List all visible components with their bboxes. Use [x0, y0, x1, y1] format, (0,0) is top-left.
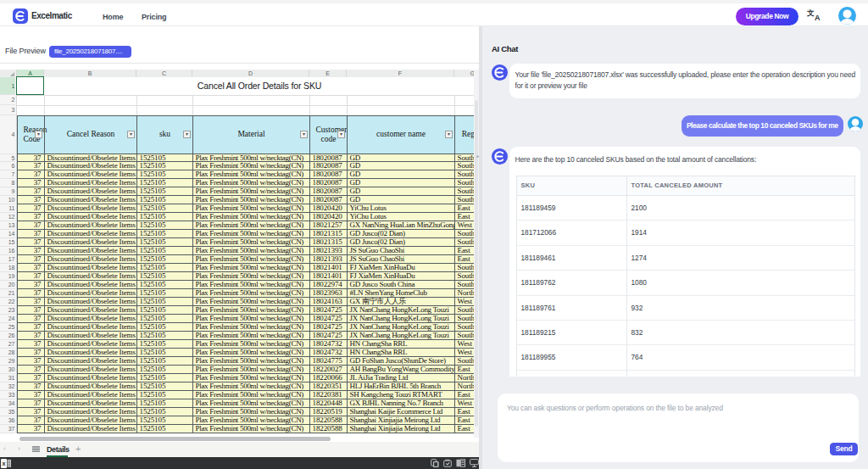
- svg-text:x: x: [3, 461, 6, 466]
